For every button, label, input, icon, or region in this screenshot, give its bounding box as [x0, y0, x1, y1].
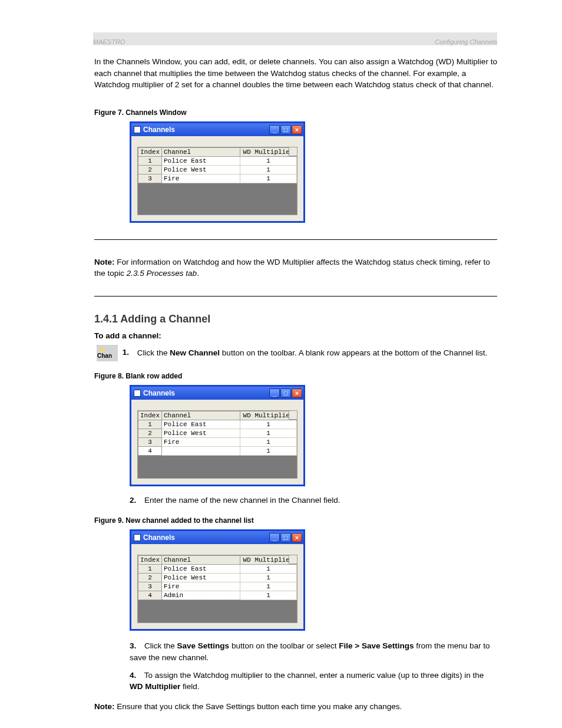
- close-button[interactable]: ×: [292, 388, 302, 398]
- window-title: Channels: [143, 389, 175, 397]
- step-bold: New Channel: [170, 348, 220, 357]
- channels-window-a: Channels _ □ × Index Channel WD Multipli…: [130, 121, 305, 223]
- maximize-button[interactable]: □: [280, 125, 291, 134]
- menu-path: File > Save Settings: [339, 641, 414, 650]
- cell-wd[interactable]: 1: [240, 582, 297, 591]
- channels-window-b: Channels _ □ × Index Channel WD Multipli…: [130, 385, 305, 486]
- cell-channel-editing[interactable]: Admin: [162, 591, 240, 600]
- note-topic-link[interactable]: 2.3.5 Processes tab: [127, 269, 197, 278]
- icon-label: Chan: [97, 352, 112, 361]
- step-text: button on the toolbar or select: [232, 641, 339, 650]
- cell-wd[interactable]: 1: [240, 165, 297, 174]
- cell-channel[interactable]: Fire: [162, 437, 240, 446]
- table-row[interactable]: 2 Police West 1: [138, 574, 297, 582]
- table-row[interactable]: 3 Fire 1: [138, 174, 297, 183]
- window-titlebar[interactable]: Channels _ □ ×: [131, 531, 303, 544]
- step-text: Click the: [137, 348, 170, 357]
- cell-wd[interactable]: 1: [240, 156, 297, 165]
- col-index[interactable]: Index: [138, 556, 162, 565]
- step-text: Enter the name of the new channel in the…: [144, 496, 340, 505]
- cell-channel[interactable]: Police East: [162, 420, 240, 429]
- cell-index: 2: [138, 574, 162, 582]
- grid-header-row: Index Channel WD Multiplier: [138, 556, 297, 565]
- minimize-button[interactable]: _: [269, 533, 280, 542]
- header-right: Configuring Channels: [435, 38, 497, 45]
- window-title: Channels: [143, 126, 175, 134]
- cell-channel[interactable]: Fire: [162, 582, 240, 591]
- cell-index: 3: [138, 582, 162, 591]
- cell-channel[interactable]: Fire: [162, 174, 240, 183]
- table-row[interactable]: 1 Police East 1: [138, 420, 297, 429]
- col-index[interactable]: Index: [138, 147, 162, 156]
- section-heading: 1.4.1 Adding a Channel: [94, 313, 497, 325]
- step-2: 2. Enter the name of the new channel in …: [130, 495, 497, 506]
- cell-wd[interactable]: 1: [240, 437, 297, 446]
- cell-wd[interactable]: 1: [240, 429, 297, 437]
- cell-index: 1: [138, 420, 162, 429]
- table-row-new-blank[interactable]: 4 1: [138, 446, 297, 455]
- col-channel[interactable]: Channel: [162, 147, 240, 156]
- note-paragraph: Note: For information on Watchdog and ho…: [94, 256, 497, 279]
- col-channel[interactable]: Channel: [162, 556, 240, 565]
- maximize-button[interactable]: □: [280, 388, 291, 398]
- note-text: Ensure that you click the Save Settings …: [117, 702, 402, 711]
- channels-window-c: Channels _ □ × Index Channel WD Multipli…: [130, 529, 305, 631]
- minimize-button[interactable]: _: [269, 125, 280, 134]
- col-channel[interactable]: Channel: [162, 411, 240, 420]
- cell-wd[interactable]: 1: [240, 574, 297, 582]
- channel-grid[interactable]: Index Channel WD Multiplier 1 Police Eas…: [137, 555, 297, 623]
- note-label: Note:: [94, 258, 115, 266]
- step-text: Click the: [144, 641, 177, 650]
- cell-wd[interactable]: 1: [240, 446, 297, 455]
- table-row[interactable]: 2 Police West 1: [138, 165, 297, 174]
- app-icon: [134, 390, 141, 397]
- table-row[interactable]: 1 Police East 1: [138, 565, 297, 574]
- cell-index: 1: [138, 565, 162, 574]
- table-row-new-editing[interactable]: 4 Admin 1: [138, 591, 297, 600]
- cell-channel[interactable]: Police East: [162, 565, 240, 574]
- cell-wd[interactable]: 1: [240, 174, 297, 183]
- grid-header-row: Index Channel WD Multiplier: [138, 147, 297, 156]
- table-row[interactable]: 2 Police West 1: [138, 429, 297, 437]
- cell-channel[interactable]: [162, 446, 240, 455]
- cell-index: 1: [138, 156, 162, 165]
- col-index[interactable]: Index: [138, 411, 162, 420]
- note-text-after: .: [197, 269, 199, 278]
- step-number: 4.: [130, 671, 136, 680]
- app-icon: [134, 126, 141, 133]
- intro-paragraph: In the Channels Window, you can add, edi…: [94, 56, 497, 91]
- maximize-button[interactable]: □: [280, 533, 291, 542]
- step-number: 1.: [123, 348, 129, 357]
- cell-channel[interactable]: Police West: [162, 165, 240, 174]
- window-titlebar[interactable]: Channels _ □ ×: [131, 387, 303, 400]
- cell-channel[interactable]: Police West: [162, 574, 240, 582]
- cell-channel[interactable]: Police East: [162, 156, 240, 165]
- page-header: MAESTRO Configuring Channels: [93, 38, 497, 45]
- cell-index: 4: [138, 446, 162, 455]
- app-icon: [134, 534, 141, 541]
- cell-channel[interactable]: Police West: [162, 429, 240, 437]
- close-button[interactable]: ×: [292, 533, 302, 542]
- cell-index: 2: [138, 429, 162, 437]
- cell-index: 2: [138, 165, 162, 174]
- figure-caption-c: Figure 9. New channel added to the chann…: [94, 516, 497, 525]
- step-bold: WD Multiplier: [130, 682, 180, 691]
- step-text: field.: [183, 682, 200, 691]
- table-row[interactable]: 3 Fire 1: [138, 437, 297, 446]
- minimize-button[interactable]: _: [269, 388, 280, 398]
- channel-grid[interactable]: Index Channel WD Multiplier 1 Police Eas…: [137, 410, 297, 479]
- table-row[interactable]: 3 Fire 1: [138, 582, 297, 591]
- close-button[interactable]: ×: [292, 125, 302, 134]
- task-heading: To add a channel:: [94, 331, 497, 340]
- header-left: MAESTRO: [93, 38, 125, 45]
- cell-wd[interactable]: 1: [240, 420, 297, 429]
- step-number: 2.: [130, 496, 136, 505]
- cell-index: 3: [138, 437, 162, 446]
- cell-wd[interactable]: 1: [240, 591, 297, 600]
- cell-wd[interactable]: 1: [240, 565, 297, 574]
- table-row[interactable]: 1 Police East 1: [138, 156, 297, 165]
- window-titlebar[interactable]: Channels _ □ ×: [131, 123, 303, 136]
- step-bold: Save Settings: [177, 641, 230, 650]
- scrollbar-corner: [289, 411, 297, 420]
- channel-grid[interactable]: Index Channel WD Multiplier 1 Police Eas…: [137, 147, 297, 215]
